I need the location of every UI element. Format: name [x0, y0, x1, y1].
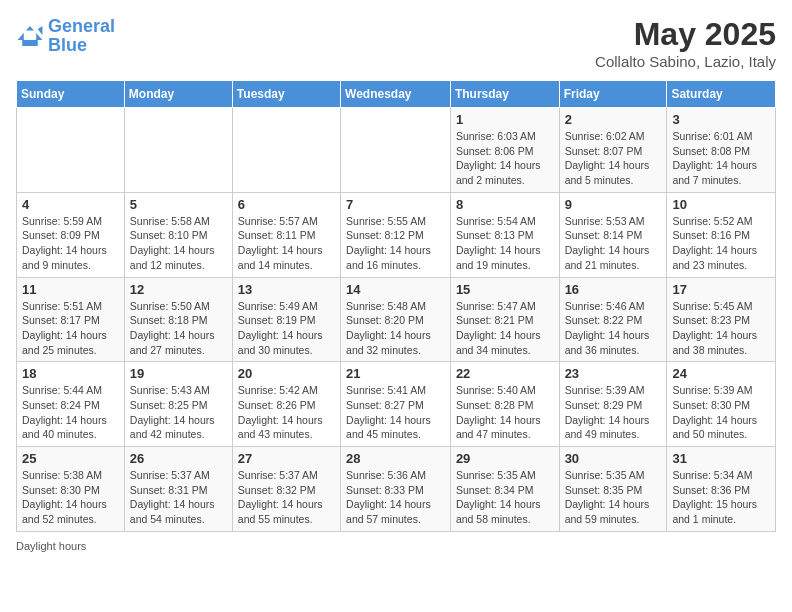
- calendar-cell: 28Sunrise: 5:36 AM Sunset: 8:33 PM Dayli…: [341, 447, 451, 532]
- calendar-cell: 24Sunrise: 5:39 AM Sunset: 8:30 PM Dayli…: [667, 362, 776, 447]
- calendar-cell: 16Sunrise: 5:46 AM Sunset: 8:22 PM Dayli…: [559, 277, 667, 362]
- title-block: May 2025 Collalto Sabino, Lazio, Italy: [595, 16, 776, 70]
- day-info: Sunrise: 5:46 AM Sunset: 8:22 PM Dayligh…: [565, 299, 662, 358]
- col-header-saturday: Saturday: [667, 81, 776, 108]
- calendar-cell: 4Sunrise: 5:59 AM Sunset: 8:09 PM Daylig…: [17, 192, 125, 277]
- day-info: Sunrise: 6:01 AM Sunset: 8:08 PM Dayligh…: [672, 129, 770, 188]
- col-header-friday: Friday: [559, 81, 667, 108]
- day-number: 28: [346, 451, 445, 466]
- calendar-header-row: SundayMondayTuesdayWednesdayThursdayFrid…: [17, 81, 776, 108]
- day-number: 8: [456, 197, 554, 212]
- day-number: 4: [22, 197, 119, 212]
- day-number: 23: [565, 366, 662, 381]
- day-info: Sunrise: 5:49 AM Sunset: 8:19 PM Dayligh…: [238, 299, 335, 358]
- calendar-cell: 10Sunrise: 5:52 AM Sunset: 8:16 PM Dayli…: [667, 192, 776, 277]
- week-row-4: 18Sunrise: 5:44 AM Sunset: 8:24 PM Dayli…: [17, 362, 776, 447]
- calendar-cell: 3Sunrise: 6:01 AM Sunset: 8:08 PM Daylig…: [667, 108, 776, 193]
- logo: General Blue: [16, 16, 115, 56]
- day-info: Sunrise: 5:50 AM Sunset: 8:18 PM Dayligh…: [130, 299, 227, 358]
- calendar-cell: 6Sunrise: 5:57 AM Sunset: 8:11 PM Daylig…: [232, 192, 340, 277]
- svg-rect-3: [24, 31, 36, 40]
- calendar-cell: 23Sunrise: 5:39 AM Sunset: 8:29 PM Dayli…: [559, 362, 667, 447]
- calendar-table: SundayMondayTuesdayWednesdayThursdayFrid…: [16, 80, 776, 532]
- day-number: 29: [456, 451, 554, 466]
- day-number: 31: [672, 451, 770, 466]
- calendar-cell: 19Sunrise: 5:43 AM Sunset: 8:25 PM Dayli…: [124, 362, 232, 447]
- day-number: 27: [238, 451, 335, 466]
- day-number: 16: [565, 282, 662, 297]
- day-number: 21: [346, 366, 445, 381]
- day-number: 30: [565, 451, 662, 466]
- day-number: 10: [672, 197, 770, 212]
- day-info: Sunrise: 6:03 AM Sunset: 8:06 PM Dayligh…: [456, 129, 554, 188]
- calendar-cell: 20Sunrise: 5:42 AM Sunset: 8:26 PM Dayli…: [232, 362, 340, 447]
- calendar-cell: 29Sunrise: 5:35 AM Sunset: 8:34 PM Dayli…: [450, 447, 559, 532]
- calendar-cell: 15Sunrise: 5:47 AM Sunset: 8:21 PM Dayli…: [450, 277, 559, 362]
- day-info: Sunrise: 5:54 AM Sunset: 8:13 PM Dayligh…: [456, 214, 554, 273]
- calendar-cell: 22Sunrise: 5:40 AM Sunset: 8:28 PM Dayli…: [450, 362, 559, 447]
- day-number: 19: [130, 366, 227, 381]
- day-info: Sunrise: 5:35 AM Sunset: 8:34 PM Dayligh…: [456, 468, 554, 527]
- day-info: Sunrise: 5:43 AM Sunset: 8:25 PM Dayligh…: [130, 383, 227, 442]
- calendar-cell: [341, 108, 451, 193]
- week-row-3: 11Sunrise: 5:51 AM Sunset: 8:17 PM Dayli…: [17, 277, 776, 362]
- calendar-cell: 7Sunrise: 5:55 AM Sunset: 8:12 PM Daylig…: [341, 192, 451, 277]
- day-info: Sunrise: 5:36 AM Sunset: 8:33 PM Dayligh…: [346, 468, 445, 527]
- day-info: Sunrise: 5:47 AM Sunset: 8:21 PM Dayligh…: [456, 299, 554, 358]
- col-header-sunday: Sunday: [17, 81, 125, 108]
- calendar-cell: [124, 108, 232, 193]
- day-number: 6: [238, 197, 335, 212]
- calendar-cell: 21Sunrise: 5:41 AM Sunset: 8:27 PM Dayli…: [341, 362, 451, 447]
- day-number: 18: [22, 366, 119, 381]
- day-number: 13: [238, 282, 335, 297]
- day-info: Sunrise: 5:44 AM Sunset: 8:24 PM Dayligh…: [22, 383, 119, 442]
- calendar-cell: [17, 108, 125, 193]
- day-info: Sunrise: 5:34 AM Sunset: 8:36 PM Dayligh…: [672, 468, 770, 527]
- calendar-cell: 13Sunrise: 5:49 AM Sunset: 8:19 PM Dayli…: [232, 277, 340, 362]
- day-number: 17: [672, 282, 770, 297]
- day-info: Sunrise: 5:51 AM Sunset: 8:17 PM Dayligh…: [22, 299, 119, 358]
- day-info: Sunrise: 5:39 AM Sunset: 8:30 PM Dayligh…: [672, 383, 770, 442]
- day-info: Sunrise: 5:52 AM Sunset: 8:16 PM Dayligh…: [672, 214, 770, 273]
- day-number: 15: [456, 282, 554, 297]
- day-info: Sunrise: 6:02 AM Sunset: 8:07 PM Dayligh…: [565, 129, 662, 188]
- day-info: Sunrise: 5:45 AM Sunset: 8:23 PM Dayligh…: [672, 299, 770, 358]
- day-info: Sunrise: 5:59 AM Sunset: 8:09 PM Dayligh…: [22, 214, 119, 273]
- page-header: General Blue May 2025 Collalto Sabino, L…: [16, 16, 776, 70]
- subtitle: Collalto Sabino, Lazio, Italy: [595, 53, 776, 70]
- calendar-cell: 30Sunrise: 5:35 AM Sunset: 8:35 PM Dayli…: [559, 447, 667, 532]
- day-info: Sunrise: 5:40 AM Sunset: 8:28 PM Dayligh…: [456, 383, 554, 442]
- calendar-cell: 17Sunrise: 5:45 AM Sunset: 8:23 PM Dayli…: [667, 277, 776, 362]
- calendar-cell: 2Sunrise: 6:02 AM Sunset: 8:07 PM Daylig…: [559, 108, 667, 193]
- day-number: 24: [672, 366, 770, 381]
- day-info: Sunrise: 5:42 AM Sunset: 8:26 PM Dayligh…: [238, 383, 335, 442]
- week-row-5: 25Sunrise: 5:38 AM Sunset: 8:30 PM Dayli…: [17, 447, 776, 532]
- day-info: Sunrise: 5:35 AM Sunset: 8:35 PM Dayligh…: [565, 468, 662, 527]
- calendar-cell: 25Sunrise: 5:38 AM Sunset: 8:30 PM Dayli…: [17, 447, 125, 532]
- col-header-tuesday: Tuesday: [232, 81, 340, 108]
- daylight-label: Daylight hours: [16, 540, 86, 552]
- logo-text: General Blue: [48, 16, 115, 56]
- calendar-cell: 12Sunrise: 5:50 AM Sunset: 8:18 PM Dayli…: [124, 277, 232, 362]
- day-number: 11: [22, 282, 119, 297]
- col-header-thursday: Thursday: [450, 81, 559, 108]
- day-info: Sunrise: 5:53 AM Sunset: 8:14 PM Dayligh…: [565, 214, 662, 273]
- col-header-monday: Monday: [124, 81, 232, 108]
- footer: Daylight hours: [16, 540, 776, 552]
- day-info: Sunrise: 5:48 AM Sunset: 8:20 PM Dayligh…: [346, 299, 445, 358]
- day-number: 1: [456, 112, 554, 127]
- day-info: Sunrise: 5:37 AM Sunset: 8:31 PM Dayligh…: [130, 468, 227, 527]
- calendar-cell: [232, 108, 340, 193]
- calendar-cell: 26Sunrise: 5:37 AM Sunset: 8:31 PM Dayli…: [124, 447, 232, 532]
- day-info: Sunrise: 5:37 AM Sunset: 8:32 PM Dayligh…: [238, 468, 335, 527]
- day-info: Sunrise: 5:58 AM Sunset: 8:10 PM Dayligh…: [130, 214, 227, 273]
- calendar-cell: 8Sunrise: 5:54 AM Sunset: 8:13 PM Daylig…: [450, 192, 559, 277]
- day-number: 7: [346, 197, 445, 212]
- day-number: 14: [346, 282, 445, 297]
- calendar-cell: 27Sunrise: 5:37 AM Sunset: 8:32 PM Dayli…: [232, 447, 340, 532]
- logo-icon: [16, 24, 44, 48]
- calendar-cell: 18Sunrise: 5:44 AM Sunset: 8:24 PM Dayli…: [17, 362, 125, 447]
- col-header-wednesday: Wednesday: [341, 81, 451, 108]
- day-info: Sunrise: 5:39 AM Sunset: 8:29 PM Dayligh…: [565, 383, 662, 442]
- day-number: 2: [565, 112, 662, 127]
